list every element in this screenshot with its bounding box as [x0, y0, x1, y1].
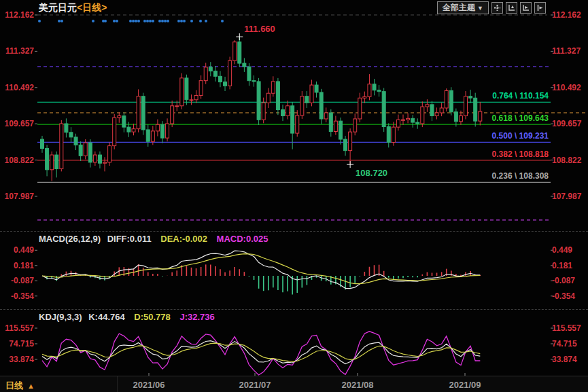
- axis-tick-label: 115.557: [0, 324, 34, 332]
- chevron-down-icon: ▼: [477, 5, 483, 12]
- axis-tick-label: 110.492: [0, 84, 34, 92]
- axis-tick-label: -0.087: [552, 277, 575, 285]
- crosshair-icon: [494, 4, 501, 12]
- x-axis-date-label: 2021/06: [133, 380, 165, 390]
- toolbar: 全部主题 ▼: [437, 1, 546, 14]
- zoom-axis-button[interactable]: [506, 2, 517, 14]
- kdj-d-value: D:50.778: [134, 312, 170, 322]
- axis-tick-label: 108.822: [0, 156, 34, 164]
- fib-level-label: 0.764 \ 110.154: [492, 92, 549, 100]
- x-axis-date-label: 2021/08: [342, 380, 374, 390]
- axis-tick-label: 108.822: [552, 156, 581, 164]
- period-selector[interactable]: 日线▲: [5, 380, 35, 392]
- axis-tick-label: 33.874: [552, 355, 577, 363]
- fib-level-label: 0.236 \ 108.308: [492, 172, 549, 180]
- shift-right-button[interactable]: [534, 2, 546, 14]
- axis-tick-label: -0.354: [0, 292, 34, 300]
- pan-right-button[interactable]: [520, 2, 532, 14]
- crosshair-tool-button[interactable]: [491, 2, 503, 14]
- kdj-k-value: K:44.764: [88, 312, 124, 322]
- symbol-name: 美元日元: [39, 2, 77, 13]
- bar-arrow-right-icon: [536, 4, 544, 12]
- theme-dropdown-button[interactable]: 全部主题 ▼: [437, 1, 489, 14]
- axis-tick-label: 115.557: [552, 324, 581, 332]
- axis-tick-label: 107.987: [552, 192, 581, 200]
- axis-arrow-right-icon: [522, 4, 530, 12]
- page-title: 美元日元<日线>: [39, 2, 107, 14]
- fib-level-label: 0.618 \ 109.643: [492, 114, 549, 122]
- low-price-label: 108.720: [356, 168, 387, 178]
- axis-tick-label: 109.657: [552, 120, 581, 128]
- period-tag: <日线>: [77, 2, 107, 13]
- macd-indicator-header: MACD(26,12,9) DIFF:0.011 DEA:-0.002 MACD…: [39, 234, 268, 244]
- axis-tick-label: 74.715: [552, 340, 577, 348]
- x-axis-date-label: 2021/07: [239, 380, 271, 390]
- period-selector-label: 日线: [5, 380, 23, 391]
- macd-panel-separator: [0, 231, 588, 232]
- bottom-bar: 日线▲ 2021/062021/072021/082021/09: [0, 376, 588, 392]
- triangle-up-icon: ▲: [27, 382, 35, 390]
- kdj-j-value: J:32.736: [179, 312, 214, 322]
- fib-level-label: 0.500 \ 109.231: [492, 132, 549, 140]
- axis-tick-label: -0.087: [0, 277, 34, 285]
- kdj-panel-separator: [0, 309, 588, 310]
- kdj-title: KDJ(9,3,3): [39, 312, 82, 322]
- axis-tick-label: 0.181: [552, 262, 572, 270]
- bottom-bar-divider: [117, 376, 118, 392]
- axis-tick-label: 107.987: [0, 192, 34, 200]
- axis-tick-label: 0.181: [0, 262, 34, 270]
- axis-tick-label: 0.449: [0, 246, 34, 254]
- chart-canvas[interactable]: [0, 0, 588, 392]
- axis-tick-label: 111.327: [0, 47, 34, 55]
- x-axis-date-label: 2021/09: [449, 380, 481, 390]
- axis-tick-label: 74.715: [0, 340, 34, 348]
- macd-diff-value: DIFF:0.011: [107, 234, 152, 244]
- theme-dropdown-label: 全部主题: [443, 2, 475, 14]
- axis-tick-label: 0.449: [552, 246, 572, 254]
- axis-tick-label: 112.162: [552, 11, 581, 19]
- axis-tick-label: 109.657: [0, 120, 34, 128]
- axis-tick-label: 33.874: [0, 355, 34, 363]
- axis-tick-label: 112.162: [0, 11, 34, 19]
- macd-title: MACD(26,12,9): [39, 234, 101, 244]
- axis-tick-label: 110.492: [552, 84, 581, 92]
- axis-tick-label: 111.327: [552, 47, 581, 55]
- fib-level-label: 0.382 \ 108.818: [492, 150, 549, 158]
- kdj-indicator-header: KDJ(9,3,3) K:44.764 D:50.778 J:32.736: [39, 312, 215, 322]
- macd-macd-value: MACD:0.025: [217, 234, 269, 244]
- axis-tick-label: -0.354: [552, 292, 575, 300]
- chart-app: 美元日元<日线> 全部主题 ▼ 112.162111.327110: [0, 0, 588, 392]
- macd-dea-value: DEA:-0.002: [160, 234, 207, 244]
- high-price-label: 111.660: [244, 24, 275, 34]
- axis-arrow-up-icon: [508, 4, 515, 12]
